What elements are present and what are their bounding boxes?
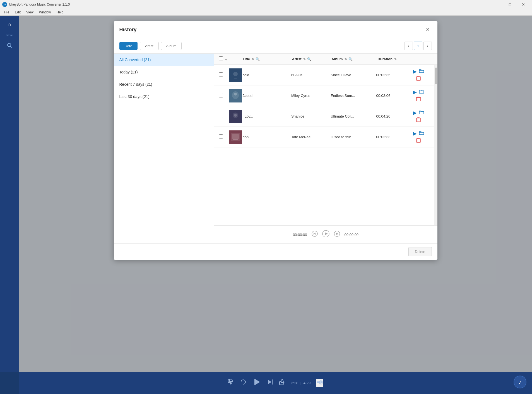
title-search-icon[interactable]: 🔍 bbox=[256, 57, 260, 61]
modal-header: History ✕ bbox=[114, 21, 437, 38]
category-today[interactable]: Today (21) bbox=[114, 66, 214, 78]
row-4-delete-button[interactable] bbox=[416, 138, 421, 144]
player-next-button[interactable] bbox=[334, 231, 340, 238]
category-recent-7-days[interactable]: Recent 7 days (21) bbox=[114, 78, 214, 90]
app-icon: U bbox=[2, 2, 7, 7]
table-row: cold ... 6LACK Since I Have ... 00:02:35… bbox=[214, 65, 434, 85]
row-1-actions: ▶ bbox=[407, 68, 430, 82]
row-2-play-button[interactable]: ▶ bbox=[413, 89, 417, 95]
row-3-thumb bbox=[229, 110, 243, 123]
row-3-title: I Lov... bbox=[243, 114, 291, 118]
row-4-album: i used to thin... bbox=[331, 135, 376, 139]
filter-date-button[interactable]: Date bbox=[119, 42, 138, 50]
svg-point-3 bbox=[233, 72, 238, 76]
player-time-end: 00:00:00 bbox=[345, 233, 359, 237]
pagination-page-1[interactable]: 1 bbox=[414, 42, 422, 50]
modal-title: History bbox=[119, 27, 137, 33]
row-3-folder-button[interactable] bbox=[419, 110, 424, 116]
row-1-thumbnail bbox=[229, 68, 242, 82]
select-all-checkbox[interactable] bbox=[219, 56, 223, 61]
row-3-checkbox[interactable] bbox=[219, 114, 223, 118]
row-3-play-button[interactable]: ▶ bbox=[413, 110, 417, 116]
maximize-button[interactable]: □ bbox=[504, 0, 516, 9]
header-check: ▼ bbox=[219, 56, 229, 62]
skip-button[interactable] bbox=[267, 379, 273, 387]
window-close-button[interactable]: ✕ bbox=[517, 0, 530, 9]
volume-button[interactable] bbox=[316, 379, 323, 387]
artist-search-icon[interactable]: 🔍 bbox=[307, 57, 311, 61]
svg-rect-29 bbox=[417, 139, 420, 142]
sidebar-search-button[interactable] bbox=[4, 40, 15, 51]
row-1-checkbox[interactable] bbox=[219, 72, 223, 77]
thumbs-up-button[interactable] bbox=[279, 379, 286, 387]
album-search-icon[interactable]: 🔍 bbox=[348, 57, 353, 61]
window-controls: — □ ✕ bbox=[490, 0, 530, 9]
player-play-button[interactable] bbox=[322, 230, 329, 239]
right-panel: ▼ Title ⇅ 🔍 Artist ⇅ bbox=[214, 54, 437, 243]
category-last-30-days[interactable]: Last 30 days (21) bbox=[114, 90, 214, 103]
row-1-folder-button[interactable] bbox=[419, 68, 424, 75]
row-3-album: Ultimate Coll... bbox=[331, 114, 376, 118]
filter-album-button[interactable]: Album bbox=[161, 42, 182, 50]
replay-button[interactable] bbox=[240, 379, 247, 387]
title-bar: U UkeySoft Pandora Music Converter 1.1.0… bbox=[0, 0, 532, 9]
player-prev-button[interactable] bbox=[312, 231, 318, 238]
row-2-folder-button[interactable] bbox=[419, 89, 424, 95]
filter-artist-button[interactable]: Artist bbox=[140, 42, 159, 50]
app-container: ⌂ Now ⚙ History ✕ Date bbox=[0, 16, 532, 372]
minimize-button[interactable]: — bbox=[490, 0, 503, 9]
table-row: Jaded Miley Cyrus Endless Sum... 00:03:0… bbox=[214, 85, 434, 106]
delete-button[interactable]: Delete bbox=[408, 247, 432, 256]
modal-footer: Delete bbox=[114, 243, 437, 260]
row-1-play-button[interactable]: ▶ bbox=[413, 68, 417, 75]
scrollbar-track[interactable] bbox=[434, 65, 437, 225]
row-4-folder-button[interactable] bbox=[419, 130, 424, 137]
row-2-checkbox[interactable] bbox=[219, 93, 223, 97]
app-title: UkeySoft Pandora Music Converter 1.1.0 bbox=[9, 3, 490, 6]
modal-close-button[interactable]: ✕ bbox=[424, 26, 432, 34]
row-2-duration: 00:03:06 bbox=[376, 94, 407, 98]
svg-rect-20 bbox=[233, 119, 238, 119]
menu-window[interactable]: Window bbox=[36, 9, 54, 16]
row-4-play-button[interactable]: ▶ bbox=[413, 130, 417, 137]
pagination-prev[interactable]: ‹ bbox=[405, 42, 413, 50]
svg-point-19 bbox=[234, 114, 237, 117]
menu-bar: File Edit View Window Help bbox=[0, 9, 532, 16]
sidebar: ⌂ Now ⚙ bbox=[0, 16, 19, 372]
main-play-button[interactable] bbox=[252, 378, 261, 388]
menu-edit[interactable]: Edit bbox=[12, 9, 23, 16]
left-panel: All Converted (21) Today (21) Recent 7 d… bbox=[114, 54, 214, 243]
row-2-album: Endless Sum... bbox=[331, 94, 376, 98]
menu-file[interactable]: File bbox=[1, 9, 12, 16]
table-row: don'... Tate McRae i used to thin... 00:… bbox=[214, 127, 434, 147]
duration-sort-icon[interactable]: ⇅ bbox=[394, 58, 396, 61]
row-4-checkbox[interactable] bbox=[219, 134, 223, 139]
svg-rect-40 bbox=[338, 233, 338, 235]
pagination-next[interactable]: › bbox=[423, 42, 432, 50]
history-modal: History ✕ Date Artist Album ‹ 1 › bbox=[114, 21, 437, 260]
row-1-artist: 6LACK bbox=[291, 73, 331, 77]
category-all-converted[interactable]: All Converted (21) bbox=[114, 54, 214, 66]
row-4-check bbox=[219, 134, 229, 140]
table-scroll-area: cold ... 6LACK Since I Have ... 00:02:35… bbox=[214, 65, 437, 225]
row-2-thumb bbox=[229, 89, 243, 102]
row-3-delete-button[interactable] bbox=[416, 117, 421, 123]
svg-line-1 bbox=[11, 46, 12, 48]
svg-marker-44 bbox=[317, 380, 321, 385]
svg-rect-13 bbox=[417, 97, 420, 101]
menu-view[interactable]: View bbox=[23, 9, 36, 16]
row-2-thumbnail bbox=[229, 89, 242, 102]
row-2-check bbox=[219, 93, 229, 99]
title-sort-icon[interactable]: ⇅ bbox=[252, 58, 254, 61]
row-2-delete-button[interactable] bbox=[416, 96, 421, 102]
row-1-delete-button[interactable] bbox=[416, 76, 421, 82]
music-note-button[interactable]: ♪ bbox=[514, 376, 526, 388]
album-sort-icon[interactable]: ⇅ bbox=[345, 58, 347, 61]
table-header: ▼ Title ⇅ 🔍 Artist ⇅ bbox=[214, 54, 437, 65]
menu-help[interactable]: Help bbox=[54, 9, 66, 16]
sidebar-home-button[interactable]: ⌂ bbox=[4, 18, 15, 30]
scrollbar-thumb[interactable] bbox=[435, 68, 437, 84]
thumbs-down-button[interactable] bbox=[228, 379, 234, 387]
svg-rect-27 bbox=[232, 134, 239, 139]
artist-sort-icon[interactable]: ⇅ bbox=[303, 58, 305, 61]
